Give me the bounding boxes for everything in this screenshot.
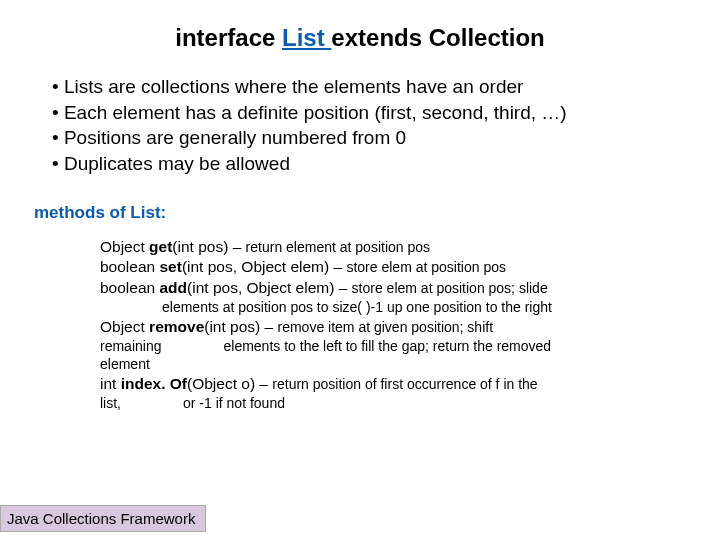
section-heading: methods of List: [34,203,690,223]
method-desc: store elem at position pos [346,259,506,275]
bullet-icon: • [52,127,64,148]
method-name: set [159,258,181,275]
bullet-icon: • [52,76,64,97]
method-params: (int pos, Object elem) – [187,279,352,296]
method-desc: remove item at given position; shift [278,319,494,335]
method-params: (int pos) – [204,318,277,335]
method-remove-cont1: remainingelements to the left to fill th… [100,338,670,355]
method-params: (Object o) – [187,375,272,392]
list-item: • Positions are generally numbered from … [52,125,690,151]
footer-badge: Java Collections Framework [0,505,206,532]
method-name: remove [149,318,204,335]
method-add: boolean add(int pos, Object elem) – stor… [100,278,670,298]
method-remove: Object remove(int pos) – remove item at … [100,317,670,337]
slide-content: interface List extends Collection • List… [0,0,720,412]
method-desc: store elem at position pos; slide [352,280,548,296]
method-remove-cont2: element [100,356,670,373]
method-indexof: int index. Of(Object o) – return positio… [100,374,670,394]
method-set: boolean set(int pos, Object elem) – stor… [100,257,670,277]
method-desc: return position of first occurrence of f… [272,376,537,392]
cont-text-b: or -1 if not found [183,395,285,411]
list-item: • Lists are collections where the elemen… [52,74,690,100]
method-indexof-cont: list,or -1 if not found [100,395,670,412]
bullet-text: Duplicates may be allowed [64,153,290,174]
bullet-icon: • [52,153,64,174]
method-name: get [149,238,172,255]
title-keyword: List [282,24,331,51]
method-return-type: int [100,375,121,392]
slide-title: interface List extends Collection [30,24,690,52]
method-get: Object get(int pos) – return element at … [100,237,670,257]
method-return-type: Object [100,238,149,255]
list-item: • Duplicates may be allowed [52,151,690,177]
bullet-list: • Lists are collections where the elemen… [52,74,690,177]
method-add-cont: elements at position pos to size( )-1 up… [162,299,670,316]
bullet-text: Each element has a definite position (fi… [64,102,567,123]
method-params: (int pos) – [172,238,245,255]
bullet-text: Positions are generally numbered from 0 [64,127,406,148]
bullet-icon: • [52,102,64,123]
method-return-type: Object [100,318,149,335]
method-params: (int pos, Object elem) – [182,258,347,275]
method-name: add [159,279,187,296]
methods-block: Object get(int pos) – return element at … [100,237,670,413]
cont-text-a: list, [100,395,121,411]
method-return-type: boolean [100,279,159,296]
cont-text-b: elements to the left to fill the gap; re… [223,338,551,354]
bullet-text: Lists are collections where the elements… [64,76,523,97]
method-return-type: boolean [100,258,159,275]
title-pre: interface [175,24,282,51]
cont-text-a: remaining [100,338,161,354]
title-post: extends Collection [331,24,544,51]
method-name: index. Of [121,375,187,392]
method-desc: return element at position pos [246,239,430,255]
list-item: • Each element has a definite position (… [52,100,690,126]
